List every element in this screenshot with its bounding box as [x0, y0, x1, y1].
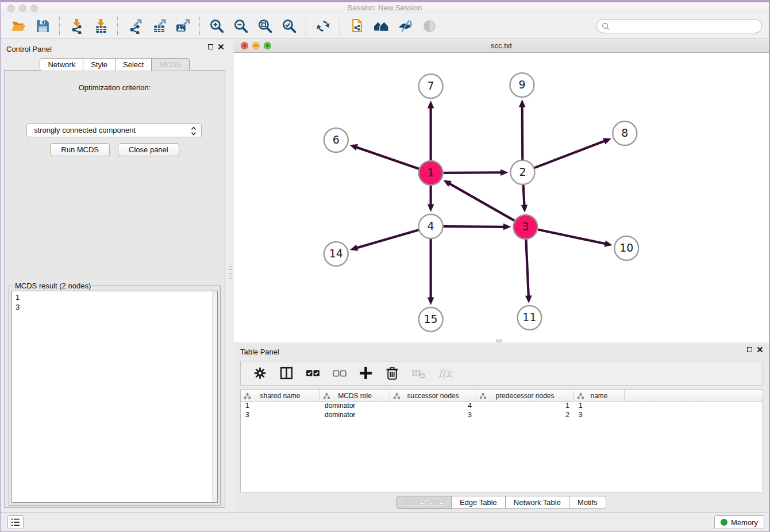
graph-edge-4-3[interactable] [444, 226, 505, 227]
task-history-button[interactable] [7, 515, 24, 529]
memory-label: Memory [731, 518, 758, 527]
run-mcds-button[interactable]: Run MCDS [50, 143, 110, 156]
network-window-titlebar[interactable]: × − + scc.txt [234, 39, 769, 53]
table-row[interactable]: 3dominator323 [241, 411, 763, 420]
mcds-result-legend: MCDS result (2 nodes) [13, 282, 93, 290]
mcds-result-line: 1 [16, 292, 214, 302]
eye-icon [419, 17, 440, 36]
search-input[interactable] [613, 22, 757, 30]
column-header-predecessor-nodes[interactable]: predecessor nodes [476, 390, 574, 401]
control-panel: Control Panel NetworkStyleSelectMCDS Opt… [1, 39, 229, 512]
edge-arrowhead [428, 298, 434, 306]
search-field[interactable] [596, 19, 762, 33]
node-label: 15 [424, 313, 438, 325]
save-session-icon[interactable] [32, 17, 53, 36]
graph-edge-1-6[interactable] [356, 147, 419, 169]
table-tab-node-table[interactable]: Node Table [396, 496, 452, 509]
control-tab-select[interactable]: Select [115, 58, 152, 71]
column-header-successor-nodes[interactable]: successor nodes [390, 390, 476, 401]
column-header-name[interactable]: name [574, 390, 625, 401]
close-table-panel-icon[interactable] [757, 346, 763, 353]
edge-arrowhead [350, 245, 359, 251]
checked-boxes-icon[interactable] [302, 364, 323, 383]
node-label: 10 [619, 241, 633, 254]
application-window: Session: New Session Control Panel Netwo… [0, 0, 770, 532]
zoom-in-icon[interactable] [206, 17, 227, 36]
mcds-result-box: MCDS result (2 nodes) 13 [9, 286, 221, 506]
graph-edge-2-8[interactable] [534, 141, 605, 168]
export-table-icon[interactable] [148, 17, 169, 36]
table-row[interactable]: 1dominator411 [241, 402, 763, 411]
table-cell[interactable]: 3 [241, 411, 320, 420]
table-cell[interactable]: 3 [390, 411, 476, 420]
close-panel-button[interactable]: Close panel [118, 143, 179, 156]
control-tab-mcds[interactable]: MCDS [151, 58, 189, 71]
zoom-out-icon[interactable] [230, 17, 251, 36]
import-network-icon[interactable] [66, 17, 87, 36]
zoom-fit-icon[interactable] [255, 17, 275, 36]
zoom-selected-icon[interactable] [279, 17, 299, 36]
control-tab-network[interactable]: Network [40, 58, 83, 71]
graph-edge-3-1[interactable] [449, 183, 514, 221]
add-column-icon[interactable] [355, 364, 376, 383]
eye-slash-icon[interactable] [395, 17, 415, 36]
column-header-shared-name[interactable]: shared name [241, 390, 320, 401]
node-label: 4 [428, 219, 434, 232]
list-icon [10, 516, 21, 528]
memory-button[interactable]: Memory [714, 515, 764, 529]
graph-edge-4-14[interactable] [356, 230, 419, 248]
unchecked-boxes-icon[interactable] [329, 364, 349, 383]
graph-edge-3-11[interactable] [526, 240, 528, 297]
control-tab-style[interactable]: Style [83, 58, 116, 71]
toolbar-separator [199, 17, 200, 36]
table-cell[interactable]: dominator [320, 402, 390, 411]
fx-icon: f(x) [434, 364, 455, 383]
node-label: 7 [428, 79, 434, 92]
float-panel-icon[interactable] [208, 44, 213, 49]
split-columns-icon[interactable] [276, 364, 297, 383]
table-cell[interactable]: 2 [476, 411, 574, 420]
table-tab-motifs[interactable]: Motifs [569, 496, 606, 509]
window-title: Session: New Session [1, 3, 769, 12]
table-cell[interactable]: 1 [476, 402, 574, 411]
graph-edge-1-2[interactable] [444, 172, 502, 173]
search-icon [602, 22, 610, 30]
edge-arrowhead [525, 295, 532, 303]
import-table-icon[interactable] [90, 17, 111, 36]
table-cell[interactable]: 3 [574, 411, 625, 420]
graph-edge-3-10[interactable] [538, 230, 606, 244]
mcds-result-text[interactable]: 13 [11, 291, 218, 503]
trash-icon[interactable] [382, 364, 402, 383]
network-canvas[interactable]: 7968124314101511 [234, 53, 769, 342]
edge-arrowhead [604, 240, 612, 246]
table-cell[interactable]: dominator [320, 411, 390, 420]
panel-splitter-handle[interactable] [229, 267, 233, 279]
table-tab-edge-table[interactable]: Edge Table [451, 496, 506, 509]
optimization-criterion-label: Optimization criterion: [5, 83, 225, 92]
node-label: 8 [621, 126, 628, 139]
toolbar-separator [117, 17, 118, 36]
table-panel: Table Panel f(x) shared nameMCDS rolesuc… [234, 342, 769, 512]
clone-network-icon[interactable] [346, 17, 367, 36]
gear-icon[interactable] [249, 364, 270, 383]
float-table-panel-icon[interactable] [747, 347, 752, 352]
criterion-value: strongly connected component [34, 126, 136, 134]
houses-icon[interactable] [371, 17, 391, 36]
table-cell[interactable]: 4 [390, 402, 476, 411]
refresh-layout-icon[interactable] [313, 17, 333, 36]
column-header-MCDS-role[interactable]: MCDS role [320, 390, 390, 401]
table-tab-network-table[interactable]: Network Table [505, 496, 569, 509]
graph-edge-2-3[interactable] [523, 185, 525, 206]
export-image-icon[interactable] [172, 17, 193, 36]
result-scrollbar[interactable] [212, 291, 217, 502]
criterion-dropdown[interactable]: strongly connected component [26, 124, 202, 137]
open-session-icon[interactable] [8, 17, 29, 36]
table-cell[interactable]: 1 [241, 402, 320, 411]
export-network-icon[interactable] [124, 17, 145, 36]
table-cell[interactable]: 1 [574, 402, 625, 411]
node-table: shared nameMCDS rolesuccessor nodesprede… [240, 390, 763, 492]
close-panel-icon[interactable] [218, 44, 224, 50]
node-label: 9 [518, 78, 525, 91]
graph-edge-2-9[interactable] [522, 106, 523, 160]
table-header-row: shared nameMCDS rolesuccessor nodesprede… [241, 390, 763, 402]
